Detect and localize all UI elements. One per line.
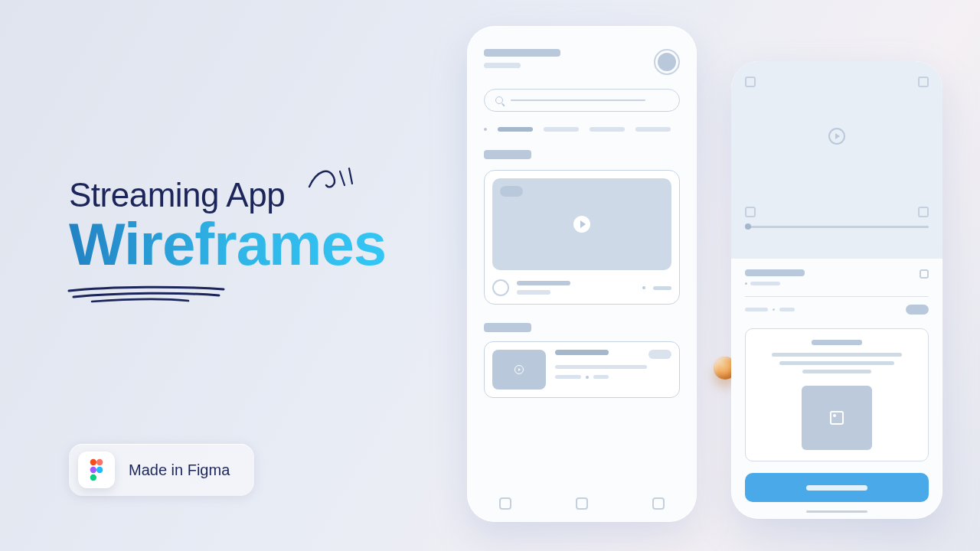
- search-icon: [495, 96, 503, 104]
- play-icon[interactable]: [514, 365, 524, 374]
- wireframe-phone-list: [467, 26, 697, 522]
- nav-item-icon[interactable]: [499, 497, 511, 510]
- bottom-navigation[interactable]: [467, 497, 697, 510]
- detail-title-placeholder: [745, 269, 805, 276]
- featured-video-card[interactable]: [484, 170, 680, 305]
- screen-title-placeholder: [484, 49, 560, 68]
- video-player-area[interactable]: [731, 61, 942, 259]
- avatar-icon[interactable]: [654, 49, 680, 75]
- made-in-figma-badge: Made in Figma: [69, 444, 254, 496]
- wireframe-phone-detail: [731, 61, 942, 519]
- image-icon: [830, 411, 844, 425]
- control-icon[interactable]: [745, 77, 756, 87]
- home-indicator: [806, 510, 867, 513]
- row-text-placeholder: [555, 365, 647, 369]
- svg-point-2: [90, 467, 96, 473]
- svg-point-3: [96, 467, 103, 473]
- image-placeholder: [802, 386, 872, 450]
- badge-label: Made in Figma: [129, 461, 230, 479]
- underline-scribble-icon: [66, 285, 227, 305]
- play-icon[interactable]: [828, 128, 845, 145]
- play-icon[interactable]: [573, 216, 590, 233]
- control-icon[interactable]: [745, 207, 756, 217]
- author-avatar-icon[interactable]: [492, 279, 509, 296]
- svg-point-4: [90, 474, 96, 481]
- tab-item[interactable]: [544, 127, 579, 132]
- meta-placeholder: [653, 286, 671, 290]
- action-icon[interactable]: [920, 269, 929, 279]
- section-label: [484, 323, 531, 332]
- primary-cta-button[interactable]: [745, 473, 929, 502]
- video-row-card[interactable]: [484, 341, 680, 398]
- category-tabs[interactable]: [467, 112, 697, 132]
- badge-chip: [500, 186, 523, 197]
- video-title-placeholder: [517, 281, 570, 285]
- description-card: [745, 328, 929, 461]
- video-thumbnail[interactable]: [492, 178, 671, 270]
- section-label: [484, 150, 531, 159]
- flourish-icon: [306, 164, 363, 197]
- tab-item[interactable]: [635, 127, 671, 132]
- pill-badge[interactable]: [906, 305, 929, 315]
- progress-handle[interactable]: [745, 223, 751, 230]
- detail-subtitle-placeholder: [745, 282, 780, 285]
- progress-track[interactable]: [745, 226, 929, 228]
- search-input[interactable]: [484, 89, 680, 112]
- video-subtitle-placeholder: [517, 290, 550, 295]
- control-icon[interactable]: [918, 207, 929, 217]
- video-thumbnail-small[interactable]: [492, 350, 546, 390]
- svg-point-0: [90, 459, 96, 465]
- control-icon[interactable]: [918, 77, 929, 87]
- row-title-placeholder: [555, 350, 609, 355]
- pill-badge: [648, 350, 671, 359]
- tab-item[interactable]: [590, 127, 625, 132]
- headline-line2: Wireframes: [69, 210, 386, 279]
- figma-icon: [78, 452, 115, 488]
- nav-item-icon[interactable]: [576, 497, 588, 510]
- nav-item-icon[interactable]: [652, 497, 665, 510]
- tab-item[interactable]: [498, 127, 533, 132]
- svg-point-1: [96, 459, 103, 465]
